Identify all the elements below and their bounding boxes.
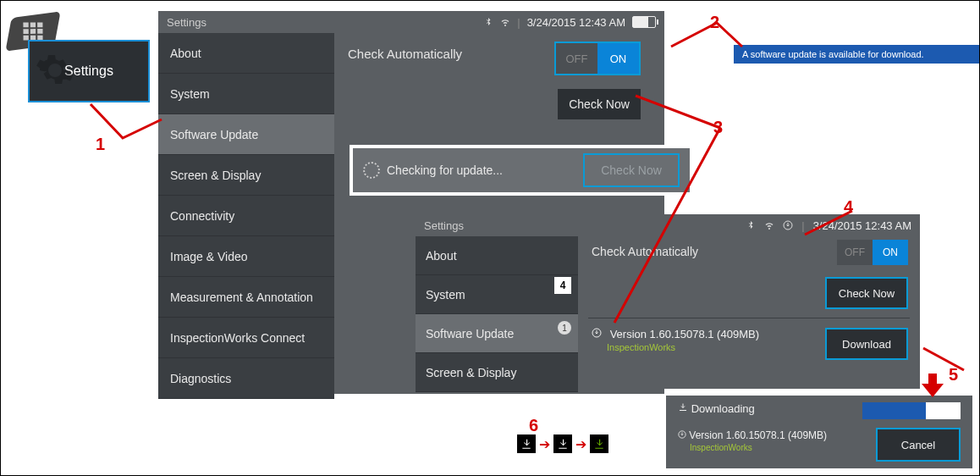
version-sub: InspectionWorks	[607, 342, 675, 352]
bluetooth-icon	[746, 220, 756, 230]
checking-panel: Checking for update... Check Now	[350, 145, 693, 196]
toggle-on[interactable]: ON	[597, 43, 639, 74]
callout-badge-4: 4	[554, 277, 571, 294]
toggle-off[interactable]: OFF	[556, 43, 597, 74]
step6-icons: ➔ ➔	[517, 434, 608, 453]
wifi-icon	[764, 220, 774, 230]
download-step-icon	[553, 434, 572, 453]
update-count-badge: 1	[558, 321, 571, 335]
callout-2: 2	[710, 13, 719, 32]
wifi-icon	[500, 17, 510, 27]
check-now-button-disabled: Check Now	[583, 153, 680, 187]
spinner-icon	[363, 162, 380, 179]
sidebar-item-about[interactable]: About	[416, 236, 578, 275]
download-icon	[678, 402, 688, 412]
version-sub: InspectionWorks	[690, 443, 752, 452]
download-icon	[592, 328, 602, 340]
divider	[588, 318, 910, 318]
download-step-icon	[517, 434, 536, 453]
sidebar-item-screen-display[interactable]: Screen & Display	[158, 155, 334, 196]
check-now-button[interactable]: Check Now	[825, 277, 908, 309]
down-arrow-icon	[922, 374, 944, 397]
version-row: Version 1.60.15078.1 (409MB) InspectionW…	[592, 328, 759, 353]
callout-1: 1	[96, 135, 105, 154]
status-area: | 3/24/2015 12:43 AM	[746, 219, 911, 232]
sidebar-item-about[interactable]: About	[158, 33, 334, 74]
progress-bar	[862, 402, 961, 419]
settings-tile[interactable]: Settings	[28, 40, 150, 102]
downloading-label: Downloading	[691, 402, 755, 415]
arrow-right-icon: ➔	[575, 436, 586, 452]
settings-window-b: Settings | 3/24/2015 12:43 AM About Syst…	[416, 214, 920, 389]
check-auto-toggle[interactable]: OFF ON	[837, 240, 908, 265]
toggle-off[interactable]: OFF	[837, 240, 873, 265]
gear-icon	[35, 50, 75, 91]
callout-4: 4	[844, 197, 853, 217]
titlebar: Settings | 3/24/2015 12:43 AM	[158, 11, 664, 33]
download-complete-icon	[590, 434, 608, 453]
toggle-on[interactable]: ON	[873, 240, 908, 265]
datetime: 3/24/2015 12:43 AM	[813, 219, 911, 232]
status-area: | 3/24/2015 12:43 AM	[483, 16, 656, 29]
sidebar-item-connectivity[interactable]: Connectivity	[158, 196, 334, 236]
downloading-panel: Downloading Version 1.60.15078.1 (409MB)…	[666, 396, 972, 468]
version-text: Version 1.60.15078.1 (409MB)	[689, 429, 827, 441]
arrow-right-icon: ➔	[539, 436, 550, 452]
sidebar: About System Software Update Screen & Di…	[416, 236, 578, 389]
battery-icon	[632, 16, 656, 28]
svg-marker-7	[922, 374, 944, 397]
sidebar-item-image-video[interactable]: Image & Video	[158, 236, 334, 277]
sidebar-item-inspectionworks[interactable]: InspectionWorks Connect	[158, 318, 334, 358]
sidebar-item-diagnostics[interactable]: Diagnostics	[158, 358, 334, 399]
sidebar-item-measurement[interactable]: Measurement & Annotation	[158, 277, 334, 318]
sidebar-item-software-update[interactable]: Software Update	[416, 314, 578, 353]
cancel-button[interactable]: Cancel	[876, 428, 961, 462]
callout-5: 5	[949, 365, 958, 385]
download-available-icon	[783, 220, 793, 230]
arrow-5	[922, 346, 972, 375]
checking-text: Checking for update...	[387, 163, 503, 177]
download-icon	[678, 430, 686, 439]
check-auto-label: Check Automatically	[592, 245, 698, 258]
version-text: Version 1.60.15078.1 (409MB)	[610, 328, 759, 340]
app-title: Settings	[424, 219, 464, 232]
check-auto-toggle[interactable]: OFF ON	[554, 42, 641, 75]
sidebar-item-software-update[interactable]: Software Update	[158, 114, 334, 155]
check-auto-label: Check Automatically	[348, 47, 462, 61]
datetime: 3/24/2015 12:43 AM	[527, 16, 625, 29]
check-now-button[interactable]: Check Now	[558, 89, 641, 119]
bluetooth-icon	[483, 17, 493, 27]
sidebar: About System Software Update Screen & Di…	[158, 33, 334, 394]
callout-6: 6	[529, 416, 538, 435]
callout-3: 3	[713, 118, 723, 137]
titlebar: Settings | 3/24/2015 12:43 AM	[416, 214, 920, 236]
apps-grid-icon	[23, 22, 42, 40]
app-title: Settings	[167, 16, 206, 29]
update-notification[interactable]: A software update is available for downl…	[734, 45, 980, 64]
sidebar-item-screen-display[interactable]: Screen & Display	[416, 353, 578, 392]
sidebar-item-system[interactable]: System	[158, 74, 334, 114]
content-area: Check Automatically OFF ON Check Now Ver…	[578, 236, 920, 389]
download-button[interactable]: Download	[825, 328, 908, 360]
